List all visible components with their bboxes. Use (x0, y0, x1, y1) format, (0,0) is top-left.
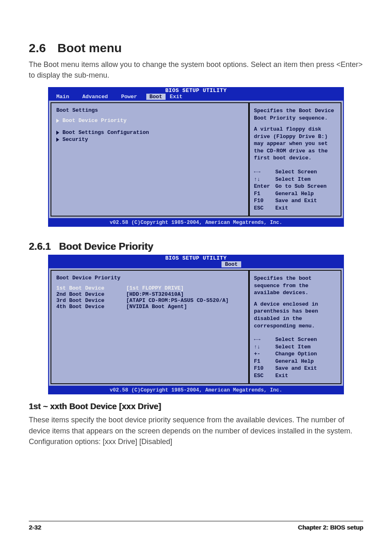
section-number: 2.6 (29, 41, 46, 55)
row-value: [1st FLOPPY DRIVE] (126, 285, 184, 291)
legend-label: General Help (275, 190, 314, 198)
row-key: 3rd Boot Device (56, 297, 126, 304)
legend-key: F1 (254, 190, 275, 198)
bios-help-text: Specifies the Boot Device Boot Priority … (254, 107, 337, 162)
section-intro: The Boot menu items allow you to change … (29, 59, 363, 81)
legend-label: Select Screen (275, 336, 317, 343)
bios-left-pane: Boot Device Priority 1st Boot Device[1st… (51, 270, 249, 384)
bios-tab-boot[interactable]: Boot (221, 261, 241, 267)
bios-tab-power[interactable]: Power (117, 94, 146, 100)
bios-tab-bar: Boot (48, 261, 344, 268)
section-heading: 2.6Boot menu (29, 41, 363, 55)
section-title-text: Boot menu (58, 41, 122, 55)
row-value: [HDD:PM-ST320410A] (126, 291, 184, 297)
arrow-ud-icon: ↑↓ (254, 176, 275, 183)
bios-tab-advanced[interactable]: Advanced (78, 94, 117, 100)
bios-header: BIOS SETUP UTILITY Main Advanced Power B… (48, 87, 344, 101)
bios-body: Boot Settings Boot Device Priority Boot … (48, 101, 344, 219)
legend-key: ESC (254, 205, 275, 212)
bios-item-boot-settings-config[interactable]: Boot Settings Configuration (56, 129, 243, 136)
triangle-icon (56, 119, 59, 123)
legend-key: ESC (254, 372, 275, 380)
bios-title: BIOS SETUP UTILITY (48, 88, 344, 94)
bios-help-text: Specifies the boot sequence from the ava… (254, 275, 337, 329)
bios-item-boot-device-priority[interactable]: Boot Device Priority (56, 117, 243, 124)
legend-label: Go to Sub Screen (275, 183, 327, 190)
bios-header: BIOS SETUP UTILITY Boot (48, 255, 344, 268)
bios-tab-main[interactable]: Main (52, 94, 78, 100)
item-heading: 1st ~ xxth Boot Device [xxx Drive] (29, 402, 363, 411)
row-key: 4th Boot Device (56, 304, 126, 310)
item-config-options: Configuration options: [xxx Drive] [Disa… (29, 436, 363, 447)
bios-footer: v02.58 (C)Copyright 1985-2004, American … (48, 219, 344, 227)
bios-item-label: Boot Device Priority (62, 117, 127, 124)
legend-label: Exit (275, 205, 288, 212)
boot-row-2nd[interactable]: 2nd Boot Device[HDD:PM-ST320410A] (56, 291, 243, 297)
boot-row-4th[interactable]: 4th Boot Device[NVIDIA Boot Agent] (56, 304, 243, 310)
row-value: [NVIDIA Boot Agent] (126, 304, 187, 310)
item-paragraph: These items specify the boot device prio… (29, 415, 363, 436)
bios-left-pane: Boot Settings Boot Device Priority Boot … (51, 102, 249, 216)
bios-help-pane: Specifies the Boot Device Boot Priority … (249, 102, 341, 216)
page-footer: 2-32 Chapter 2: BIOS setup (29, 521, 363, 531)
help-line: Specifies the boot sequence from the ava… (254, 275, 337, 297)
row-key: 2nd Boot Device (56, 291, 126, 297)
arrow-lr-icon: ←→ (254, 168, 275, 176)
legend-key: Enter (254, 183, 275, 190)
page-number: 2-32 (29, 524, 41, 531)
legend-label: General Help (275, 358, 314, 365)
legend-label: Exit (275, 372, 288, 380)
legend-label: Select Screen (275, 168, 317, 176)
bios-pane-heading: Boot Device Priority (56, 275, 243, 281)
row-value: [ATAPI CD-ROM:PS-ASUS CD-S520/A] (126, 297, 229, 304)
legend-label: Save and Exit (275, 197, 317, 205)
bios-pane-heading: Boot Settings (56, 107, 243, 113)
bios-tab-bar: Main Advanced Power Boot Exit (48, 94, 344, 101)
arrow-lr-icon: ←→ (254, 336, 275, 343)
bios-screen-boot-priority: BIOS SETUP UTILITY Boot Boot Device Prio… (48, 255, 344, 394)
bios-title: BIOS SETUP UTILITY (48, 255, 344, 261)
subsection-number: 2.6.1 (29, 241, 51, 252)
help-line: A device enclosed in parenthesis has bee… (254, 301, 337, 329)
bios-screen-boot-menu: BIOS SETUP UTILITY Main Advanced Power B… (48, 87, 344, 227)
legend-label: Select Item (275, 343, 311, 351)
bios-item-label: Boot Settings Configuration (62, 129, 149, 136)
arrow-ud-icon: ↑↓ (254, 343, 275, 351)
legend-key: F10 (254, 197, 275, 205)
subsection-heading: 2.6.1 Boot Device Priority (29, 241, 363, 252)
legend-key: F10 (254, 365, 275, 372)
bios-body: Boot Device Priority 1st Boot Device[1st… (48, 268, 344, 387)
triangle-icon (56, 131, 59, 135)
bios-tab-boot[interactable]: Boot (146, 94, 166, 100)
boot-row-3rd[interactable]: 3rd Boot Device[ATAPI CD-ROM:PS-ASUS CD-… (56, 297, 243, 304)
legend-label: Save and Exit (275, 365, 317, 372)
triangle-icon (56, 138, 59, 142)
bios-key-legend: ←→Select Screen ↑↓Select Item +-Change O… (254, 336, 337, 379)
bios-item-security[interactable]: Security (56, 136, 243, 143)
subsection-title-text: Boot Device Priority (59, 241, 153, 252)
footer-chapter: Chapter 2: BIOS setup (298, 524, 363, 531)
bios-footer: v02.58 (C)Copyright 1985-2004, American … (48, 387, 344, 394)
help-line: Specifies the Boot Device Boot Priority … (254, 107, 337, 122)
boot-row-1st[interactable]: 1st Boot Device[1st FLOPPY DRIVE] (56, 285, 243, 291)
legend-label: Select Item (275, 176, 311, 183)
legend-label: Change Option (275, 350, 317, 358)
help-line: A virtual floppy disk drive (Floppy Driv… (254, 126, 337, 162)
bios-item-label: Security (62, 136, 88, 143)
document-page: 2.6Boot menu The Boot menu items allow y… (0, 0, 392, 547)
row-key: 1st Boot Device (56, 285, 126, 291)
bios-key-legend: ←→Select Screen ↑↓Select Item EnterGo to… (254, 168, 337, 212)
legend-key: F1 (254, 358, 275, 365)
bios-tab-exit[interactable]: Exit (166, 94, 191, 100)
legend-key: +- (254, 350, 275, 358)
bios-help-pane: Specifies the boot sequence from the ava… (249, 270, 341, 384)
